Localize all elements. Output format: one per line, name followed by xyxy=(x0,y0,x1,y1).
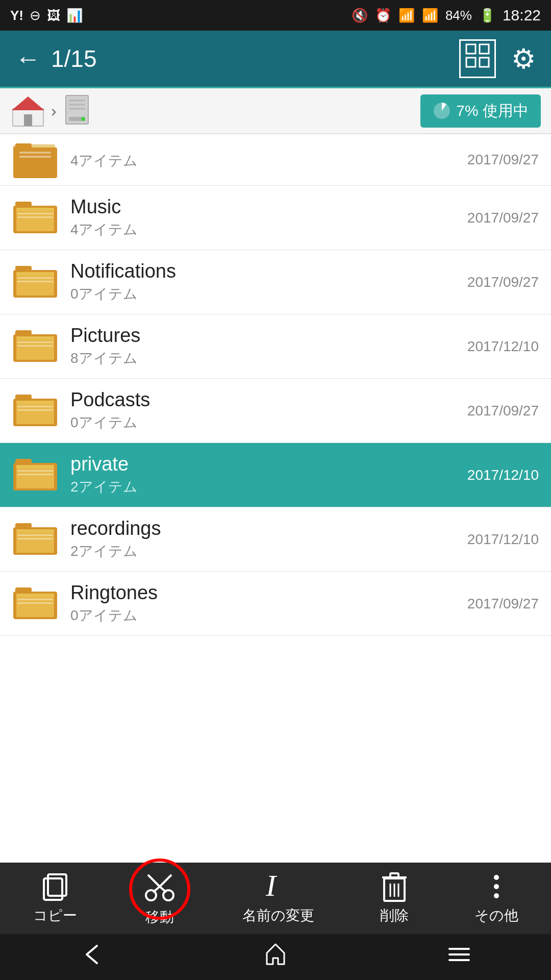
nav-home-button[interactable] xyxy=(263,942,288,973)
list-item[interactable]: Ringtones 0アイテム 2017/09/27 xyxy=(0,572,551,636)
delete-icon xyxy=(380,871,409,902)
file-date: 2017/12/10 xyxy=(467,531,539,548)
svg-rect-39 xyxy=(16,336,54,360)
file-name: Ringtones xyxy=(70,582,462,604)
file-info: private 2アイテム xyxy=(70,453,462,497)
file-info: Podcasts 0アイテム xyxy=(70,389,462,432)
file-info: Pictures 8アイテム xyxy=(70,325,462,368)
svg-rect-15 xyxy=(69,108,85,110)
rename-icon: I xyxy=(263,871,293,902)
usage-badge: 7% 使用中 xyxy=(420,94,541,128)
copy-button[interactable]: コピー xyxy=(33,871,77,925)
chart-icon: 📊 xyxy=(66,8,83,23)
svg-rect-52 xyxy=(16,465,54,468)
list-item[interactable]: Pictures 8アイテム 2017/12/10 xyxy=(0,314,551,379)
usage-text: 7% 使用中 xyxy=(456,101,529,121)
svg-rect-2 xyxy=(480,44,489,54)
nav-menu-button[interactable] xyxy=(446,942,472,973)
time-label: 18:22 xyxy=(503,7,541,24)
breadcrumb-chevron: › xyxy=(51,102,57,120)
svg-rect-45 xyxy=(16,401,54,424)
svg-rect-29 xyxy=(17,213,53,214)
page-info-label: 1/15 xyxy=(51,45,97,72)
file-meta: 0アイテム xyxy=(70,413,462,432)
svg-rect-30 xyxy=(17,216,53,218)
svg-text:I: I xyxy=(265,871,278,902)
svg-rect-53 xyxy=(17,470,53,472)
file-name: private xyxy=(70,453,462,475)
file-name: Notifications xyxy=(70,260,462,282)
file-meta: 0アイテム xyxy=(70,284,462,304)
file-info: Music 4アイテム xyxy=(70,196,462,239)
file-meta: 2アイテム xyxy=(70,542,462,561)
svg-rect-65 xyxy=(17,599,53,600)
svg-rect-63 xyxy=(16,594,54,617)
svg-line-72 xyxy=(160,887,166,892)
folder-icon xyxy=(12,519,58,560)
settings-button[interactable]: ⚙ xyxy=(511,43,536,75)
folder-icon xyxy=(12,390,58,431)
svg-rect-41 xyxy=(17,341,53,343)
wifi-icon: 📶 xyxy=(398,8,415,23)
svg-rect-23 xyxy=(19,152,51,154)
status-bar: Y! ⊖ 🖼 📊 🔇 ⏰ 📶 📶 84% 🔋 18:22 xyxy=(0,0,551,31)
more-icon xyxy=(489,871,504,902)
toolbar: ← 1/15 ⚙ xyxy=(0,31,551,87)
back-button[interactable]: ← xyxy=(15,44,41,74)
file-info: Ringtones 0アイテム xyxy=(70,582,462,625)
file-meta: 4アイテム xyxy=(70,220,462,239)
rename-label: 名前の変更 xyxy=(242,906,314,925)
more-label: その他 xyxy=(474,906,518,925)
file-meta: 4アイテム xyxy=(70,151,462,170)
list-item[interactable]: Podcasts 0アイテム 2017/09/27 xyxy=(0,379,551,443)
list-item[interactable]: Notifications 0アイテム 2017/09/27 xyxy=(0,250,551,314)
folder-icon xyxy=(12,139,58,180)
alarm-icon: ⏰ xyxy=(375,8,391,23)
svg-marker-8 xyxy=(12,96,44,110)
list-item[interactable]: recordings 2アイテム 2017/12/10 xyxy=(0,507,551,572)
svg-rect-40 xyxy=(16,336,54,339)
status-right: 🔇 ⏰ 📶 📶 84% 🔋 18:22 xyxy=(352,7,541,24)
svg-rect-36 xyxy=(17,281,53,282)
file-info: recordings 2アイテム xyxy=(70,518,462,561)
more-button[interactable]: その他 xyxy=(474,871,518,925)
toolbar-right: ⚙ xyxy=(459,39,536,78)
folder-icon xyxy=(12,198,58,238)
list-item-selected[interactable]: private 2アイテム 2017/12/10 xyxy=(0,443,551,507)
file-name: recordings xyxy=(70,518,462,540)
svg-point-82 xyxy=(494,875,499,880)
nav-back-button[interactable] xyxy=(79,942,105,973)
file-date: 2017/09/27 xyxy=(467,210,539,226)
svg-rect-34 xyxy=(16,272,54,275)
bottom-action-bar: コピー 移動 I 名前の変更 削除 xyxy=(0,863,551,934)
svg-point-83 xyxy=(494,884,499,889)
folder-icon xyxy=(12,583,58,624)
file-meta: 2アイテム xyxy=(70,477,462,497)
home-icon[interactable] xyxy=(10,94,46,128)
delete-button[interactable]: 削除 xyxy=(380,871,409,925)
folder-icon xyxy=(12,262,58,303)
svg-point-84 xyxy=(494,893,499,898)
select-all-button[interactable] xyxy=(459,39,496,78)
drive-icon[interactable] xyxy=(62,94,92,128)
svg-line-74 xyxy=(160,875,171,887)
svg-rect-66 xyxy=(17,602,53,604)
file-date: 2017/09/27 xyxy=(467,403,539,419)
svg-rect-1 xyxy=(466,58,475,67)
file-info: 4アイテム xyxy=(70,149,462,170)
svg-rect-28 xyxy=(16,208,54,211)
status-left: Y! ⊖ 🖼 📊 xyxy=(10,8,83,23)
svg-point-12 xyxy=(81,117,85,121)
file-meta: 0アイテム xyxy=(70,606,462,625)
breadcrumb-bar: › 7% 使用中 xyxy=(0,88,551,134)
svg-rect-59 xyxy=(17,534,53,536)
svg-rect-35 xyxy=(17,277,53,279)
svg-line-73 xyxy=(148,875,160,887)
carrier-label: Y! xyxy=(10,8,23,23)
signal-icon: 📶 xyxy=(422,8,438,23)
rename-button[interactable]: I 名前の変更 xyxy=(242,871,314,925)
list-item[interactable]: Music 4アイテム 2017/09/27 xyxy=(0,186,551,250)
move-button[interactable]: 移動 xyxy=(143,870,177,927)
list-item[interactable]: 4アイテム 2017/09/27 xyxy=(0,134,551,186)
file-date: 2017/12/10 xyxy=(467,338,539,355)
